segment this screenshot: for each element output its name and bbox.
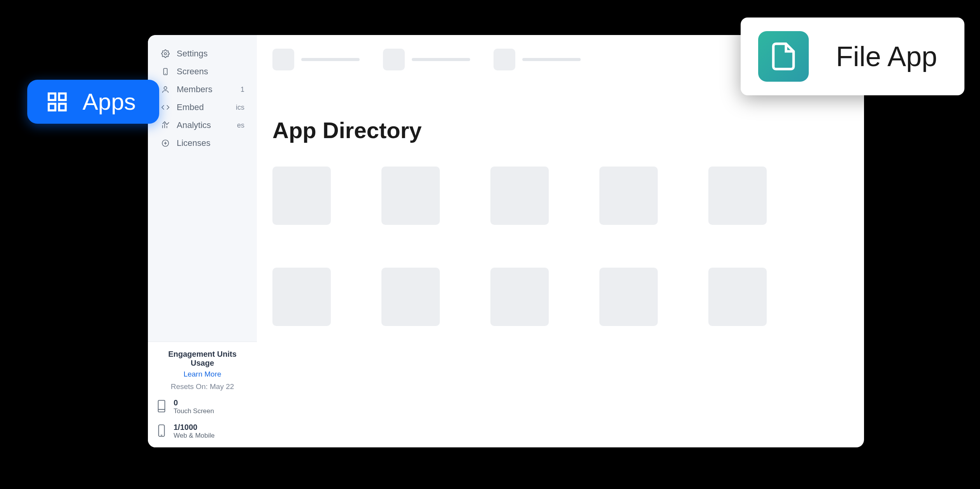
app-tile[interactable] [708,167,767,225]
app-tile[interactable] [272,167,331,225]
usage-label: Touch Screen [174,407,214,415]
usage-card: Engagement Units Usage Learn More Resets… [148,342,257,447]
usage-count: 1/1000 [174,422,215,432]
touchscreen-icon [156,400,168,414]
usage-row-webmobile: 1/1000 Web & Mobile [156,422,248,440]
usage-learn-more-link[interactable]: Learn More [156,370,248,379]
sidebar-item-label: Analytics [177,120,211,130]
app-tile[interactable] [381,167,440,225]
app-tile[interactable] [490,268,549,326]
gear-icon [160,49,170,59]
sidebar-item-members[interactable]: Members 1 [156,81,249,98]
main-window: Settings Screens Members 1 Embed [148,35,864,447]
content-area: App Directory [257,35,864,447]
code-icon [160,102,170,112]
sidebar-nav: Settings Screens Members 1 Embed [148,45,257,342]
sidebar-item-label: Settings [177,49,208,59]
sidebar-item-analytics[interactable]: Analytics es [156,116,249,134]
breadcrumb-item[interactable] [494,49,581,70]
svg-rect-12 [159,425,165,436]
app-tile[interactable] [490,167,549,225]
apps-pill-label: Apps [83,88,136,115]
sidebar-item-label: Screens [177,67,208,77]
file-app-label: File App [836,40,937,72]
page-title: App Directory [272,117,848,143]
svg-point-0 [164,53,167,55]
svg-rect-17 [59,103,66,110]
breadcrumb-icon-placeholder [272,49,294,70]
file-app-card[interactable]: File App [741,18,964,95]
breadcrumb-text-placeholder [522,58,581,61]
sidebar-item-screens[interactable]: Screens [156,63,249,81]
usage-count: 0 [174,398,214,407]
svg-rect-16 [49,103,55,110]
usage-title: Engagement Units Usage [156,350,248,368]
breadcrumb-text-placeholder [412,58,470,61]
app-tile[interactable] [708,268,767,326]
sidebar-item-extra: ics [236,103,244,112]
app-tile[interactable] [381,268,440,326]
app-tile[interactable] [272,268,331,326]
sidebar-item-label: Licenses [177,138,211,148]
app-tile[interactable] [599,167,658,225]
screen-icon [160,67,170,77]
sidebar-item-extra: 1 [241,86,244,94]
svg-point-3 [164,87,167,89]
mobile-icon [156,424,168,438]
apps-pill[interactable]: Apps [27,80,159,124]
sidebar-item-extra: es [237,121,244,130]
file-icon [758,31,809,82]
usage-reset-text: Resets On: May 22 [156,382,248,391]
usage-row-touchscreen: 0 Touch Screen [156,398,248,415]
svg-rect-10 [158,401,165,412]
app-tile[interactable] [599,268,658,326]
sidebar-item-licenses[interactable]: Licenses [156,134,249,152]
svg-rect-15 [59,93,66,100]
plus-circle-icon [160,138,170,148]
sidebar-item-label: Embed [177,102,204,112]
breadcrumb-item[interactable] [272,49,360,70]
user-icon [160,84,170,95]
usage-label: Web & Mobile [174,432,215,440]
sidebar: Settings Screens Members 1 Embed [148,35,257,447]
breadcrumb-text-placeholder [301,58,360,61]
breadcrumb-icon-placeholder [494,49,515,70]
app-grid [272,167,848,326]
breadcrumb-item[interactable] [383,49,470,70]
sidebar-item-label: Members [177,84,213,95]
sidebar-item-settings[interactable]: Settings [156,45,249,63]
svg-rect-14 [49,93,55,100]
chart-icon [160,120,170,130]
sidebar-item-embed[interactable]: Embed ics [156,98,249,116]
apps-grid-icon [46,91,68,113]
breadcrumb-icon-placeholder [383,49,405,70]
